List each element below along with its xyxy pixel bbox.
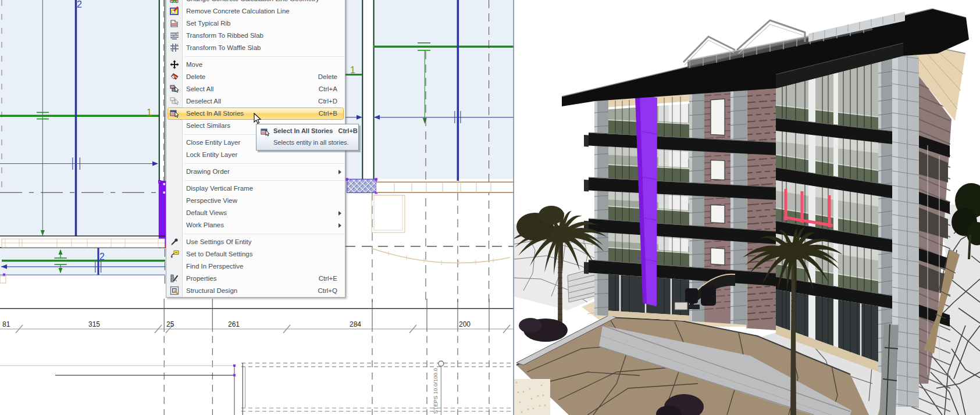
svg-text:1: 1 [350,65,355,75]
svg-text:315: 315 [88,320,100,328]
svg-text:2: 2 [99,252,105,262]
svg-text:81: 81 [2,320,10,328]
svg-text:2: 2 [77,0,82,9]
svg-text:261: 261 [228,320,240,328]
svg-text:STEPS 10.0/100.0: STEPS 10.0/100.0 [432,368,439,414]
svg-text:1: 1 [147,108,152,117]
svg-text:284: 284 [350,320,361,328]
svg-text:200: 200 [459,320,471,328]
svg-text:25: 25 [166,320,174,328]
